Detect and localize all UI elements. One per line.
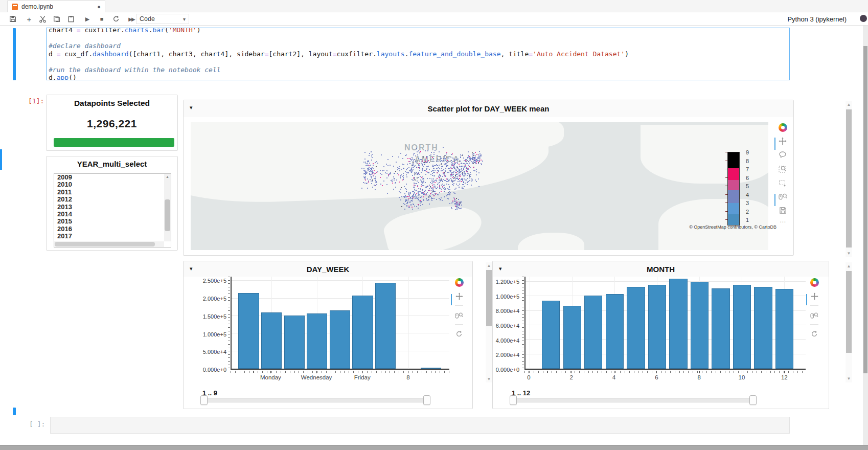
year-option-2014[interactable]: 2014 (54, 211, 171, 218)
bar-month-2[interactable] (563, 306, 581, 369)
kernel-status-icon[interactable] (860, 15, 867, 22)
y-tick-label: 1.200e+5 (490, 279, 519, 285)
year-option-2016[interactable]: 2016 (54, 226, 171, 233)
datapoints-progress-bar (54, 138, 174, 147)
land-greenland (497, 122, 564, 148)
bar-month-1[interactable] (542, 301, 560, 369)
year-option-2011[interactable]: 2011 (54, 189, 171, 196)
year-listbox-hscrollbar[interactable] (54, 241, 164, 247)
pan-tool-icon[interactable] (810, 291, 819, 301)
year-option-2009[interactable]: 2009 (54, 174, 171, 181)
colorbar-labels: 987654321 (743, 152, 753, 226)
unsaved-dot-icon[interactable]: ● (97, 4, 101, 10)
y-tick-label: 2.500e+5 (196, 278, 226, 284)
day-week-plot[interactable]: 2.500e+52.000e+51.500e+51.000e+55.000e+4… (184, 261, 472, 409)
day-week-range-slider[interactable] (201, 398, 430, 402)
bar-month-11[interactable] (754, 287, 772, 369)
bar-day_week-7[interactable] (375, 283, 396, 369)
wheel-zoom-tool-icon[interactable] (454, 310, 464, 320)
run-cell-button[interactable]: ▶ (82, 14, 93, 24)
bar-day_week-9[interactable] (421, 368, 441, 369)
copy-cells-button[interactable] (51, 14, 62, 24)
y-tick-label: 1.000e+5 (196, 331, 226, 338)
bar-month-7[interactable] (669, 279, 687, 369)
map-attribution[interactable]: © OpenStreetMap contributors, © CartoDB (689, 224, 776, 230)
paste-cells-button[interactable] (65, 14, 77, 24)
year-option-2012[interactable]: 2012 (54, 196, 171, 203)
code-line: #declare dashboard (49, 42, 789, 50)
active-tool-indicator (451, 294, 452, 305)
browser-scrollbar[interactable] (863, 26, 868, 445)
x-tick-label: 2 (569, 374, 573, 380)
empty-cell-editor[interactable] (50, 417, 790, 434)
colorbar-label: 8 (746, 158, 749, 164)
bokeh-logo-icon[interactable] (779, 123, 787, 132)
bokeh-logo-icon[interactable] (810, 278, 819, 287)
restart-kernel-button[interactable] (110, 14, 122, 24)
bar-day_week-3[interactable] (284, 316, 305, 369)
slider-handle-right[interactable] (423, 395, 430, 405)
lasso-select-tool-icon[interactable] (778, 150, 787, 160)
colorbar (727, 152, 740, 226)
x-tick-label: 12 (781, 374, 788, 380)
day-week-bokeh-toolbar (453, 278, 465, 339)
pan-tool-icon[interactable] (778, 137, 787, 146)
bar-month-12[interactable] (775, 289, 793, 369)
cell-type-dropdown[interactable]: Code ▾ (136, 14, 189, 24)
code-cell-editor[interactable]: chart4 = cuxfilter.charts.bar('MONTH') #… (46, 28, 790, 80)
map-label-america: AMERICA (415, 155, 460, 164)
insert-cell-button[interactable]: + (24, 14, 35, 24)
year-option-2013[interactable]: 2013 (54, 204, 171, 211)
notebook-scrollbar-lower[interactable]: ▲ ▼ (846, 262, 852, 382)
scatter-points (191, 122, 192, 123)
bar-day_week-5[interactable] (330, 310, 350, 369)
code-line (49, 34, 789, 42)
collapse-caret-icon[interactable]: ▾ (190, 104, 193, 111)
year-listbox-vscrollbar[interactable]: ▲ (164, 174, 171, 241)
month-plot[interactable]: 1.200e+51.000e+58.000e+46.000e+44.000e+4… (493, 261, 829, 409)
bar-month-5[interactable] (627, 287, 645, 369)
bokeh-logo-icon[interactable] (455, 278, 464, 287)
bar-month-9[interactable] (712, 288, 729, 369)
x-tick-label: 6 (655, 374, 658, 380)
year-option-2015[interactable]: 2015 (54, 218, 171, 225)
bar-day_week-1[interactable] (238, 293, 259, 369)
x-tick-label: 10 (739, 374, 745, 380)
bar-day_week-2[interactable] (261, 312, 282, 369)
bar-day_week-6[interactable] (352, 296, 373, 369)
slider-handle-left[interactable] (200, 395, 208, 405)
bar-month-8[interactable] (691, 282, 709, 369)
slider-handle-right[interactable] (749, 395, 757, 405)
year-option-2010[interactable]: 2010 (54, 181, 171, 188)
bar-month-3[interactable] (584, 296, 602, 369)
reset-tool-icon[interactable] (810, 329, 819, 339)
cell-output-collapser[interactable] (13, 408, 16, 415)
wheel-zoom-tool-icon[interactable] (778, 192, 787, 201)
toolbar-ellipsis-icon[interactable]: ⋯ (778, 219, 787, 224)
cut-cells-button[interactable] (37, 14, 48, 24)
bar-month-4[interactable] (606, 294, 624, 369)
month-range-slider[interactable] (510, 398, 756, 402)
year-option-2017[interactable]: 2017 (54, 233, 171, 240)
kernel-name[interactable]: Python 3 (ipykernel) (787, 15, 847, 23)
pan-tool-icon[interactable] (454, 291, 464, 301)
interrupt-kernel-button[interactable]: ■ (96, 14, 107, 24)
datapoints-title: Datapoints Selected (47, 99, 177, 108)
bar-month-10[interactable] (733, 285, 751, 369)
save-button[interactable] (7, 14, 18, 24)
box-zoom-tool-icon[interactable] (778, 164, 787, 173)
bar-day_week-4[interactable] (307, 313, 327, 369)
bar-month-6[interactable] (648, 285, 666, 369)
wheel-zoom-tool-icon[interactable] (810, 310, 819, 320)
year-listbox[interactable]: 200920102011201220132014201520162017 ▲ (54, 173, 171, 248)
reset-tool-icon[interactable] (454, 329, 464, 339)
notebook-scrollbar-upper[interactable]: ▲ ▼ (846, 101, 852, 257)
box-select-tool-icon[interactable] (778, 178, 787, 187)
year-title: YEAR_multi_select (47, 160, 177, 168)
cell-input-collapser[interactable] (13, 28, 16, 80)
scatter-map[interactable]: NORTH AMERICA (191, 122, 768, 250)
code-line: chart4 = cuxfilter.charts.bar('MONTH') (49, 28, 789, 34)
save-tool-icon[interactable] (778, 206, 787, 215)
tab-demo-ipynb[interactable]: demo.ipynb ● (7, 1, 105, 12)
slider-handle-left[interactable] (510, 395, 517, 405)
